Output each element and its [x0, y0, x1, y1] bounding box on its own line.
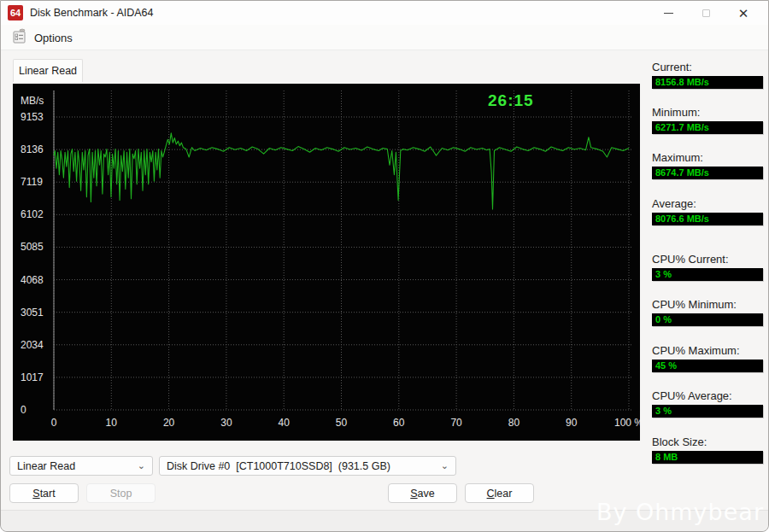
- stat-current: Current: 8156.8 MB/s: [652, 61, 763, 89]
- stat-cpu-average: CPU% Average: 3 %: [652, 389, 763, 418]
- close-icon: ✕: [738, 7, 749, 20]
- svg-text:2034: 2034: [21, 339, 44, 351]
- stat-label: Minimum:: [652, 106, 763, 119]
- close-button[interactable]: ✕: [725, 1, 761, 25]
- svg-text:8136: 8136: [21, 143, 44, 155]
- svg-text:0: 0: [21, 404, 26, 416]
- stat-value: 8076.6 MB/s: [652, 213, 763, 225]
- stat-value: 0 %: [652, 313, 763, 326]
- svg-text:5085: 5085: [21, 241, 44, 253]
- svg-text:30: 30: [220, 417, 232, 429]
- stat-value: 8 MB: [652, 451, 763, 464]
- svg-text:80: 80: [508, 417, 520, 429]
- svg-text:9153: 9153: [21, 111, 44, 123]
- elapsed-time: 26:15: [488, 91, 534, 110]
- svg-text:90: 90: [566, 417, 578, 429]
- tab-linear-read[interactable]: Linear Read: [13, 59, 83, 82]
- stat-label: Maximum:: [652, 151, 763, 164]
- chevron-down-icon: ⌄: [138, 460, 145, 471]
- svg-text:60: 60: [393, 417, 405, 429]
- aida64-logo-icon: 64: [8, 5, 23, 20]
- maximize-icon: [702, 9, 710, 17]
- svg-text:7119: 7119: [21, 176, 43, 188]
- chart-canvas: 9153813671196102508540683051203410170MB/…: [13, 84, 640, 441]
- svg-text:MB/s: MB/s: [21, 95, 44, 107]
- maximize-button[interactable]: [688, 1, 724, 25]
- benchmark-chart: 9153813671196102508540683051203410170MB/…: [13, 84, 640, 441]
- stat-value: 6271.7 MB/s: [652, 121, 763, 134]
- start-button[interactable]: Start: [9, 483, 79, 503]
- stat-label: Block Size:: [652, 436, 763, 448]
- svg-text:6102: 6102: [21, 208, 44, 220]
- stat-minimum: Minimum: 6271.7 MB/s: [652, 106, 763, 134]
- benchmark-type-value: Linear Read: [17, 460, 134, 472]
- svg-text:4068: 4068: [21, 274, 44, 286]
- stat-value: 3 %: [652, 405, 763, 418]
- drive-select-value: Disk Drive #0 [CT1000T710SSD8] (931.5 GB…: [167, 460, 437, 472]
- menu-item-options[interactable]: Options: [6, 26, 78, 49]
- stat-value: 45 %: [652, 360, 763, 372]
- stat-block-size: Block Size: 8 MB: [652, 436, 763, 464]
- stat-average: Average: 8076.6 MB/s: [652, 197, 763, 225]
- stat-cpu-minimum: CPU% Minimum: 0 %: [652, 298, 763, 326]
- stat-label: Current:: [652, 61, 763, 73]
- title-bar: 64 Disk Benchmark - AIDA64 ✕: [1, 1, 768, 25]
- stat-value: 8156.8 MB/s: [652, 76, 763, 89]
- minimize-icon: [664, 13, 673, 14]
- stat-label: CPU% Maximum:: [652, 344, 763, 357]
- menu-bar: Options: [1, 25, 768, 50]
- svg-text:1017: 1017: [21, 371, 44, 383]
- stat-label: CPU% Average:: [652, 389, 763, 402]
- stat-maximum: Maximum: 8674.7 MB/s: [652, 151, 763, 179]
- benchmark-type-select[interactable]: Linear Read ⌄: [9, 456, 153, 476]
- stat-value: 3 %: [652, 268, 763, 281]
- svg-text:50: 50: [336, 417, 348, 429]
- options-icon: [11, 28, 28, 48]
- svg-text:10: 10: [106, 417, 118, 429]
- minimize-button[interactable]: [650, 1, 686, 25]
- svg-text:40: 40: [279, 417, 291, 429]
- stat-label: Average:: [652, 197, 763, 210]
- stat-cpu-maximum: CPU% Maximum: 45 %: [652, 344, 763, 372]
- save-button[interactable]: Save: [388, 483, 457, 503]
- svg-text:3051: 3051: [21, 307, 44, 319]
- stat-label: CPU% Minimum:: [652, 298, 763, 311]
- stat-cpu-current: CPU% Current: 3 %: [652, 253, 763, 281]
- stat-label: CPU% Current:: [652, 253, 763, 266]
- svg-text:100 %: 100 %: [614, 417, 640, 429]
- options-label: Options: [34, 32, 73, 44]
- svg-text:0: 0: [51, 417, 57, 429]
- stat-value: 8674.7 MB/s: [652, 167, 763, 179]
- window-title: Disk Benchmark - AIDA64: [30, 1, 154, 25]
- svg-text:70: 70: [450, 417, 462, 429]
- status-bar: [1, 510, 768, 531]
- stop-button[interactable]: Stop: [86, 483, 156, 503]
- chevron-down-icon: ⌄: [441, 460, 449, 471]
- clear-button[interactable]: Clear: [465, 483, 534, 503]
- app-window: 64 Disk Benchmark - AIDA64 ✕: [0, 0, 769, 532]
- drive-select[interactable]: Disk Drive #0 [CT1000T710SSD8] (931.5 GB…: [159, 456, 456, 476]
- svg-text:20: 20: [163, 417, 175, 429]
